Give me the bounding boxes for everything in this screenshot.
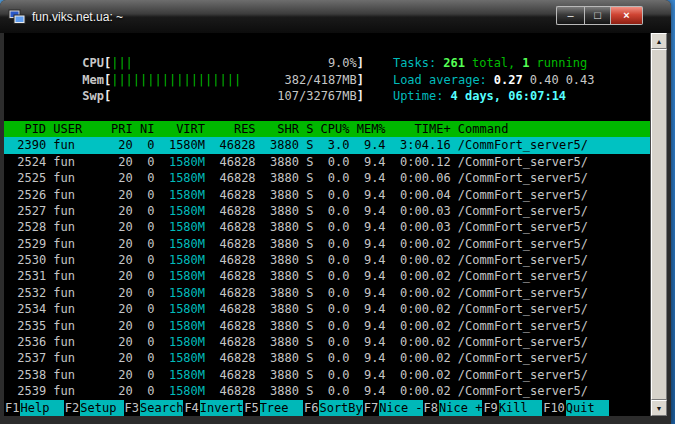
header-time[interactable]: TIME+ (386, 121, 451, 137)
cell-res: 46828 (205, 187, 256, 203)
cell-virt: 1580M (154, 334, 205, 350)
cell-time: 0:00.02 (386, 236, 451, 252)
scroll-down-button[interactable]: ▼ (651, 400, 667, 416)
fkey-label: Invert (200, 400, 243, 416)
table-row[interactable]: 2537 fun 20 0 1580M 46828 3880 S 0.0 9.4… (4, 350, 650, 366)
cell-time: 3:04.16 (386, 137, 451, 153)
table-row[interactable]: 2531 fun 20 0 1580M 46828 3880 S 0.0 9.4… (4, 268, 650, 284)
cell-virt: 1580M (154, 367, 205, 383)
minimize-button[interactable]: – (556, 6, 584, 25)
cell-state: S (299, 170, 313, 186)
header-command[interactable]: Command (451, 121, 650, 137)
cell-res: 46828 (205, 301, 256, 317)
scroll-up-button[interactable]: ▲ (651, 33, 667, 49)
table-row[interactable]: 2538 fun 20 0 1580M 46828 3880 S 0.0 9.4… (4, 367, 650, 383)
header-ni[interactable]: NI (133, 121, 155, 137)
cell-cpu: 0.0 (313, 252, 349, 268)
table-row[interactable]: 2527 fun 20 0 1580M 46828 3880 S 0.0 9.4… (4, 203, 650, 219)
cell-cpu: 3.0 (313, 137, 349, 153)
table-row[interactable]: 2535 fun 20 0 1580M 46828 3880 S 0.0 9.4… (4, 318, 650, 334)
table-row[interactable]: 2526 fun 20 0 1580M 46828 3880 S 0.0 9.4… (4, 187, 650, 203)
fkey-label: Nice + (439, 400, 482, 416)
header-virt[interactable]: VIRT (154, 121, 205, 137)
header-user[interactable]: USER (46, 121, 104, 137)
header-pid[interactable]: PID (10, 121, 46, 137)
fkey-button[interactable]: F7Nice - (363, 400, 423, 416)
cell-ni: 0 (133, 252, 155, 268)
cell-pid: 2538 (10, 367, 46, 383)
cell-state: S (299, 350, 313, 366)
cell-mem: 9.4 (349, 154, 385, 170)
header-s[interactable]: S (299, 121, 313, 137)
table-row[interactable]: 2390 fun 20 0 1580M 46828 3880 S 3.0 9.4… (4, 137, 650, 153)
putty-icon[interactable] (8, 9, 26, 25)
bracket: [ (104, 89, 111, 103)
cell-pri: 20 (104, 236, 133, 252)
cell-shr: 3880 (256, 350, 299, 366)
maximize-button[interactable]: □ (584, 6, 611, 25)
fkey-button[interactable]: F8Nice + (423, 400, 483, 416)
swp-meter-label: Swp (82, 89, 104, 103)
load-average-stat: Load average:0.270.400.43 (393, 72, 595, 88)
header-shr[interactable]: SHR (256, 121, 299, 137)
cell-cpu: 0.0 (313, 383, 349, 399)
cell-res: 46828 (205, 137, 256, 153)
putty-window: fun.viks.net.ua: ~ – □ × CPU[|||9.0%]Tas… (0, 0, 671, 424)
cell-pid: 2539 (10, 383, 46, 399)
fkey-button[interactable]: F2Setup (64, 400, 124, 416)
cell-user: fun (46, 301, 104, 317)
table-row[interactable]: 2528 fun 20 0 1580M 46828 3880 S 0.0 9.4… (4, 219, 650, 235)
process-table-header[interactable]: PID USER PRI NI VIRT RES SHR S CPU% MEM%… (4, 121, 650, 137)
table-row[interactable]: 2534 fun 20 0 1580M 46828 3880 S 0.0 9.4… (4, 301, 650, 317)
cell-time: 0:00.12 (386, 154, 451, 170)
cell-mem: 9.4 (349, 170, 385, 186)
fkey-button[interactable]: F4Invert (183, 400, 243, 416)
mem-meter-label: Mem (82, 73, 104, 87)
table-row[interactable]: 2530 fun 20 0 1580M 46828 3880 S 0.0 9.4… (4, 252, 650, 268)
cell-state: S (299, 154, 313, 170)
cell-shr: 3880 (256, 318, 299, 334)
fkey-button[interactable]: F6SortBy (303, 400, 363, 416)
header-mem[interactable]: MEM% (349, 121, 385, 137)
fkey-label: Setup (80, 400, 123, 416)
fkey-button[interactable]: F9Kill (482, 400, 542, 416)
fkey-label: SortBy (319, 400, 362, 416)
cpu-value: 9.0% (328, 55, 357, 71)
scrollbar[interactable]: ▲ ▼ (650, 33, 667, 416)
cell-cpu: 0.0 (313, 187, 349, 203)
fkey-label: Help (20, 400, 63, 416)
title-bar[interactable]: fun.viks.net.ua: ~ – □ × (0, 0, 671, 33)
cpu-meter-line: CPU[|||9.0%]Tasks:261total,1running (4, 39, 650, 55)
cell-user: fun (46, 203, 104, 219)
cell-shr: 3880 (256, 252, 299, 268)
cell-mem: 9.4 (349, 383, 385, 399)
cell-command: /CommFort_server5/ (451, 383, 650, 399)
fkey-button[interactable]: F5Tree (243, 400, 303, 416)
table-row[interactable]: 2532 fun 20 0 1580M 46828 3880 S 0.0 9.4… (4, 285, 650, 301)
header-res[interactable]: RES (205, 121, 256, 137)
fkey-button[interactable]: F1Help (4, 400, 64, 416)
scrollbar-thumb[interactable] (651, 49, 667, 400)
swp-meter-bar: 107/32767MB (111, 88, 357, 104)
close-button[interactable]: × (611, 6, 643, 25)
header-pri[interactable]: PRI (104, 121, 133, 137)
cell-cpu: 0.0 (313, 350, 349, 366)
cell-ni: 0 (133, 285, 155, 301)
cell-command: /CommFort_server5/ (451, 154, 650, 170)
table-row[interactable]: 2525 fun 20 0 1580M 46828 3880 S 0.0 9.4… (4, 170, 650, 186)
table-row[interactable]: 2539 fun 20 0 1580M 46828 3880 S 0.0 9.4… (4, 383, 650, 399)
fkey-label: Search (140, 400, 183, 416)
cell-res: 46828 (205, 350, 256, 366)
header-cpu[interactable]: CPU% (313, 121, 349, 137)
fkey-button[interactable]: F3Search (124, 400, 184, 416)
terminal[interactable]: CPU[|||9.0%]Tasks:261total,1running Mem[… (4, 33, 650, 416)
cell-res: 46828 (205, 236, 256, 252)
cell-command: /CommFort_server5/ (451, 285, 650, 301)
table-row[interactable]: 2536 fun 20 0 1580M 46828 3880 S 0.0 9.4… (4, 334, 650, 350)
table-row[interactable]: 2529 fun 20 0 1580M 46828 3880 S 0.0 9.4… (4, 236, 650, 252)
bracket: ] (357, 73, 364, 87)
cell-virt: 1580M (154, 187, 205, 203)
cell-user: fun (46, 187, 104, 203)
table-row[interactable]: 2524 fun 20 0 1580M 46828 3880 S 0.0 9.4… (4, 154, 650, 170)
fkey-button[interactable]: F10Quit (542, 400, 609, 416)
